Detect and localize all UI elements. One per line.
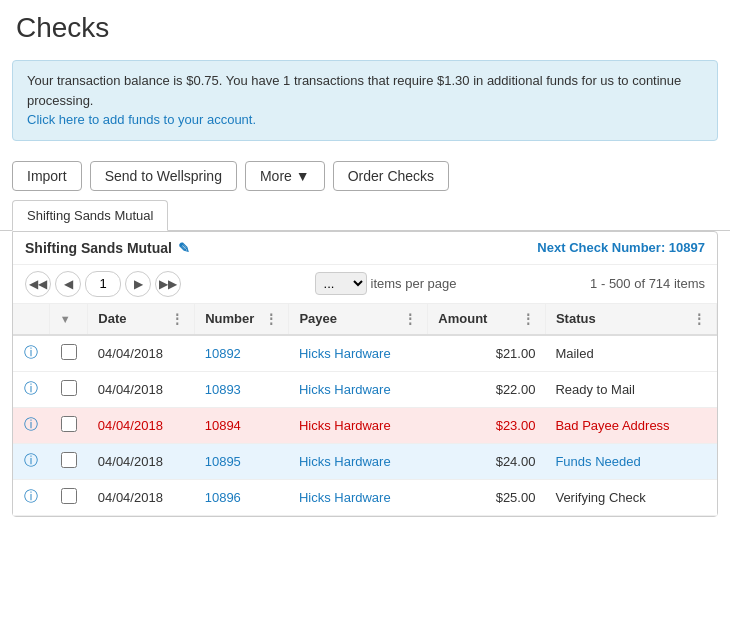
row-info-cell: ⓘ xyxy=(13,335,49,372)
items-per-page-area: ... 100 250 500 items per page xyxy=(315,272,457,295)
pagination-bar: ◀◀ ◀ ▶ ▶▶ ... 100 250 500 items per page… xyxy=(13,265,717,304)
account-name-area: Shifting Sands Mutual ✎ xyxy=(25,240,190,256)
next-check-value[interactable]: 10897 xyxy=(669,240,705,255)
check-number-link[interactable]: 10894 xyxy=(205,418,241,433)
row-number: 10896 xyxy=(195,479,289,515)
info-icon[interactable]: ⓘ xyxy=(24,488,38,504)
row-payee: Hicks Hardware xyxy=(289,479,428,515)
checks-table-container: Shifting Sands Mutual ✎ Next Check Numbe… xyxy=(12,231,718,517)
payee-link[interactable]: Hicks Hardware xyxy=(299,454,391,469)
number-col-label: Number xyxy=(205,311,254,326)
row-payee: Hicks Hardware xyxy=(289,407,428,443)
check-number-link[interactable]: 10896 xyxy=(205,490,241,505)
check-number-link[interactable]: 10893 xyxy=(205,382,241,397)
pagination-controls: ◀◀ ◀ ▶ ▶▶ xyxy=(25,271,181,297)
col-status-header: Status ⋮ xyxy=(545,304,716,335)
row-date: 04/04/2018 xyxy=(88,479,195,515)
col-amount-header: Amount ⋮ xyxy=(428,304,546,335)
amount-col-label: Amount xyxy=(438,311,487,326)
table-row: ⓘ 04/04/2018 10893 Hicks Hardware $22.00… xyxy=(13,371,717,407)
row-status: Bad Payee Address xyxy=(545,407,716,443)
row-checkbox-cell xyxy=(49,335,87,372)
row-amount: $25.00 xyxy=(428,479,546,515)
row-status: Mailed xyxy=(545,335,716,372)
table-header-row: ▼ Date ⋮ Number ⋮ Pa xyxy=(13,304,717,335)
row-number: 10895 xyxy=(195,443,289,479)
row-payee: Hicks Hardware xyxy=(289,443,428,479)
row-number: 10894 xyxy=(195,407,289,443)
col-number-header: Number ⋮ xyxy=(195,304,289,335)
edit-icon[interactable]: ✎ xyxy=(178,240,190,256)
row-amount: $21.00 xyxy=(428,335,546,372)
next-page-button[interactable]: ▶ xyxy=(125,271,151,297)
payee-link[interactable]: Hicks Hardware xyxy=(299,418,391,433)
table-row: ⓘ 04/04/2018 10892 Hicks Hardware $21.00… xyxy=(13,335,717,372)
page-title: Checks xyxy=(0,0,730,52)
row-checkbox-cell xyxy=(49,479,87,515)
amount-col-menu-icon[interactable]: ⋮ xyxy=(521,311,535,327)
toolbar: Import Send to Wellspring More ▼ Order C… xyxy=(0,149,730,199)
table-header-bar: Shifting Sands Mutual ✎ Next Check Numbe… xyxy=(13,232,717,265)
items-per-page-select[interactable]: ... 100 250 500 xyxy=(315,272,367,295)
items-per-page-label: items per page xyxy=(371,276,457,291)
more-button[interactable]: More ▼ xyxy=(245,161,325,191)
payee-col-menu-icon[interactable]: ⋮ xyxy=(403,311,417,327)
table-row: ⓘ 04/04/2018 10896 Hicks Hardware $25.00… xyxy=(13,479,717,515)
add-funds-link[interactable]: Click here to add funds to your account. xyxy=(27,112,256,127)
sort-icon[interactable]: ▼ xyxy=(60,313,71,325)
page-number-input[interactable] xyxy=(85,271,121,297)
next-check-label: Next Check Number: xyxy=(537,240,665,255)
import-button[interactable]: Import xyxy=(12,161,82,191)
date-col-menu-icon[interactable]: ⋮ xyxy=(170,311,184,327)
col-checkbox: ▼ xyxy=(49,304,87,335)
row-checkbox[interactable] xyxy=(61,380,77,396)
row-status: Verifying Check xyxy=(545,479,716,515)
info-icon[interactable]: ⓘ xyxy=(24,344,38,360)
row-date: 04/04/2018 xyxy=(88,443,195,479)
row-checkbox[interactable] xyxy=(61,488,77,504)
info-icon[interactable]: ⓘ xyxy=(24,416,38,432)
row-checkbox[interactable] xyxy=(61,416,77,432)
row-checkbox-cell xyxy=(49,407,87,443)
checks-table: ▼ Date ⋮ Number ⋮ Pa xyxy=(13,304,717,516)
row-date: 04/04/2018 xyxy=(88,371,195,407)
col-payee-header: Payee ⋮ xyxy=(289,304,428,335)
first-page-button[interactable]: ◀◀ xyxy=(25,271,51,297)
payee-col-label: Payee xyxy=(299,311,337,326)
row-checkbox-cell xyxy=(49,443,87,479)
row-number: 10893 xyxy=(195,371,289,407)
more-label: More xyxy=(260,168,292,184)
tab-bar: Shifting Sands Mutual xyxy=(0,199,730,231)
row-status: Ready to Mail xyxy=(545,371,716,407)
check-number-link[interactable]: 10895 xyxy=(205,454,241,469)
row-number: 10892 xyxy=(195,335,289,372)
info-icon[interactable]: ⓘ xyxy=(24,452,38,468)
alert-message: Your transaction balance is $0.75. You h… xyxy=(27,73,681,108)
account-name-label: Shifting Sands Mutual xyxy=(25,240,172,256)
date-col-label: Date xyxy=(98,311,126,326)
table-row: ⓘ 04/04/2018 10894 Hicks Hardware $23.00… xyxy=(13,407,717,443)
send-to-wellspring-button[interactable]: Send to Wellspring xyxy=(90,161,237,191)
check-number-link[interactable]: 10892 xyxy=(205,346,241,361)
table-row: ⓘ 04/04/2018 10895 Hicks Hardware $24.00… xyxy=(13,443,717,479)
col-info xyxy=(13,304,49,335)
row-checkbox[interactable] xyxy=(61,344,77,360)
number-col-menu-icon[interactable]: ⋮ xyxy=(264,311,278,327)
row-info-cell: ⓘ xyxy=(13,443,49,479)
order-checks-button[interactable]: Order Checks xyxy=(333,161,449,191)
prev-page-button[interactable]: ◀ xyxy=(55,271,81,297)
col-date-header: Date ⋮ xyxy=(88,304,195,335)
status-col-label: Status xyxy=(556,311,596,326)
row-checkbox[interactable] xyxy=(61,452,77,468)
row-amount: $22.00 xyxy=(428,371,546,407)
tab-shifting-sands[interactable]: Shifting Sands Mutual xyxy=(12,200,168,231)
status-col-menu-icon[interactable]: ⋮ xyxy=(692,311,706,327)
items-count: 1 - 500 of 714 items xyxy=(590,276,705,291)
payee-link[interactable]: Hicks Hardware xyxy=(299,490,391,505)
info-icon[interactable]: ⓘ xyxy=(24,380,38,396)
payee-link[interactable]: Hicks Hardware xyxy=(299,346,391,361)
next-check-info: Next Check Number: 10897 xyxy=(537,240,705,255)
row-checkbox-cell xyxy=(49,371,87,407)
last-page-button[interactable]: ▶▶ xyxy=(155,271,181,297)
payee-link[interactable]: Hicks Hardware xyxy=(299,382,391,397)
